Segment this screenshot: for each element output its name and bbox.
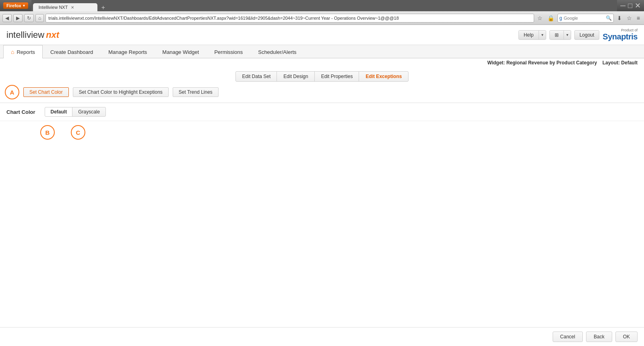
nav-tab-create-dashboard-label: Create Dashboard — [50, 49, 93, 55]
nav-tab-permissions-label: Permissions — [214, 49, 243, 55]
set-chart-color-highlight-button[interactable]: Set Chart Color to Highlight Exceptions — [73, 87, 169, 97]
edit-properties-tab[interactable]: Edit Properties — [314, 71, 360, 82]
tab-close-icon[interactable]: ✕ — [71, 5, 74, 10]
address-bar[interactable] — [45, 14, 534, 23]
browser-tab[interactable]: Intelliview NXT ✕ — [33, 3, 97, 11]
nav-tab-scheduler-alerts-label: Scheduler/Alerts — [258, 49, 296, 55]
nav-tab-manage-widget-label: Manage Widget — [162, 49, 199, 55]
layout-label: Layout: — [603, 60, 620, 66]
widget-info-bar: Widget: Regional Revenue by Product Cate… — [0, 58, 644, 67]
bookmarks-icon[interactable]: ☆ — [625, 14, 634, 22]
set-chart-color-button[interactable]: Set Chart Color — [23, 87, 69, 97]
help-button-group[interactable]: Help ▾ — [518, 30, 546, 40]
edit-data-set-tab[interactable]: Edit Data Set — [235, 71, 278, 82]
search-icon[interactable]: 🔍 — [606, 15, 612, 21]
help-button[interactable]: Help — [519, 31, 539, 39]
nav-tab-permissions[interactable]: Permissions — [206, 45, 250, 58]
browser-toolbar: ◀ ▶ ↻ ⌂ ☆ 🔒 g 🔍 ⬇ ☆ ≡ — [0, 11, 644, 25]
nav-tab-scheduler-alerts[interactable]: Scheduler/Alerts — [250, 45, 304, 58]
home-icon: ⌂ — [11, 49, 14, 55]
nav-tab-reports-label: Reports — [17, 49, 35, 55]
back-button[interactable]: ◀ — [2, 14, 12, 22]
app-container: intelliview nxt Help ▾ ⊞ ▾ Logout Produc… — [0, 25, 644, 346]
ok-button[interactable]: OK — [615, 332, 638, 342]
edit-design-tab[interactable]: Edit Design — [277, 71, 315, 82]
chart-color-row: Chart Color Default Grayscale — [0, 103, 644, 121]
security-icon[interactable]: 🔒 — [546, 14, 556, 22]
widget-value: Regional Revenue by Product Category — [506, 60, 597, 66]
nav-tab-manage-reports-label: Manage Reports — [108, 49, 147, 55]
logout-button[interactable]: Logout — [574, 30, 600, 40]
layout-value: Default — [621, 60, 638, 66]
section-a-badge: A — [5, 85, 19, 99]
badge-b: B — [40, 125, 55, 140]
help-dropdown-arrow[interactable]: ▾ — [539, 31, 546, 39]
section-header-row: A Set Chart Color Set Chart Color to Hig… — [0, 82, 644, 103]
forward-button[interactable]: ▶ — [13, 14, 23, 22]
cancel-button[interactable]: Cancel — [553, 332, 583, 342]
chart-color-grayscale-tab[interactable]: Grayscale — [72, 107, 106, 117]
close-icon[interactable]: ✕ — [635, 1, 641, 10]
minimize-icon[interactable]: ─ — [620, 2, 625, 10]
nav-tab-reports[interactable]: ⌂ Reports — [3, 45, 43, 58]
tab-title: Intelliview NXT — [39, 5, 68, 10]
synaptris-logo: Product of Synaptris — [603, 28, 638, 41]
back-button[interactable]: Back — [586, 332, 612, 342]
settings-button-group[interactable]: ⊞ ▾ — [549, 30, 571, 40]
widget-label: Widget: — [487, 60, 505, 66]
settings-dropdown-arrow[interactable]: ▾ — [564, 31, 571, 39]
app-logo: intelliview nxt — [6, 30, 59, 40]
edit-exceptions-tab[interactable]: Edit Exceptions — [359, 71, 409, 82]
browser-titlebar: Firefox Intelliview NXT ✕ + ─ □ ✕ — [0, 0, 644, 11]
browser-chrome: Firefox Intelliview NXT ✕ + ─ □ ✕ ◀ ▶ ↻ … — [0, 0, 644, 25]
firefox-button[interactable]: Firefox — [3, 2, 28, 9]
chart-color-label: Chart Color — [6, 109, 35, 115]
header-actions: Help ▾ ⊞ ▾ Logout Product of Synaptris — [518, 28, 638, 41]
set-trend-lines-button[interactable]: Set Trend Lines — [173, 87, 219, 97]
chart-color-tabs: Default Grayscale — [45, 107, 106, 117]
logo-nxt: nxt — [46, 30, 59, 40]
synaptris-name: Synaptris — [603, 32, 638, 41]
google-icon: g — [559, 15, 562, 21]
synaptris-product-label: Product of — [603, 28, 638, 32]
toolbar-actions: ☆ 🔒 — [536, 14, 556, 22]
nav-tab-create-dashboard[interactable]: Create Dashboard — [43, 45, 101, 58]
maximize-icon[interactable]: □ — [628, 2, 632, 10]
search-input[interactable] — [564, 16, 604, 21]
chart-color-default-tab[interactable]: Default — [45, 107, 73, 117]
nav-tab-manage-widget[interactable]: Manage Widget — [155, 45, 206, 58]
main-content: A Set Chart Color Set Chart Color to Hig… — [0, 82, 644, 346]
badge-c: C — [71, 125, 85, 140]
reload-button[interactable]: ↻ — [24, 14, 34, 22]
edit-tabs-group: Edit Data Set Edit Design Edit Propertie… — [236, 71, 409, 82]
app-header: intelliview nxt Help ▾ ⊞ ▾ Logout Produc… — [0, 25, 644, 45]
new-tab-button[interactable]: + — [99, 4, 107, 11]
nav-tab-manage-reports[interactable]: Manage Reports — [101, 45, 155, 58]
bookmark-icon[interactable]: ☆ — [536, 14, 544, 22]
home-button[interactable]: ⌂ — [35, 14, 44, 22]
logo-intelliview: intelliview — [6, 30, 44, 40]
settings-button[interactable]: ⊞ — [550, 31, 564, 39]
menu-icon[interactable]: ≡ — [635, 14, 642, 22]
download-icon[interactable]: ⬇ — [615, 14, 623, 22]
bottom-bar: Cancel Back OK — [0, 327, 644, 346]
nav-tabs: ⌂ Reports Create Dashboard Manage Report… — [0, 45, 644, 58]
edit-tabs-row: Edit Data Set Edit Design Edit Propertie… — [0, 67, 644, 82]
tab-bar: Intelliview NXT ✕ + — [31, 0, 617, 11]
circle-badges-row: B C — [0, 121, 644, 144]
